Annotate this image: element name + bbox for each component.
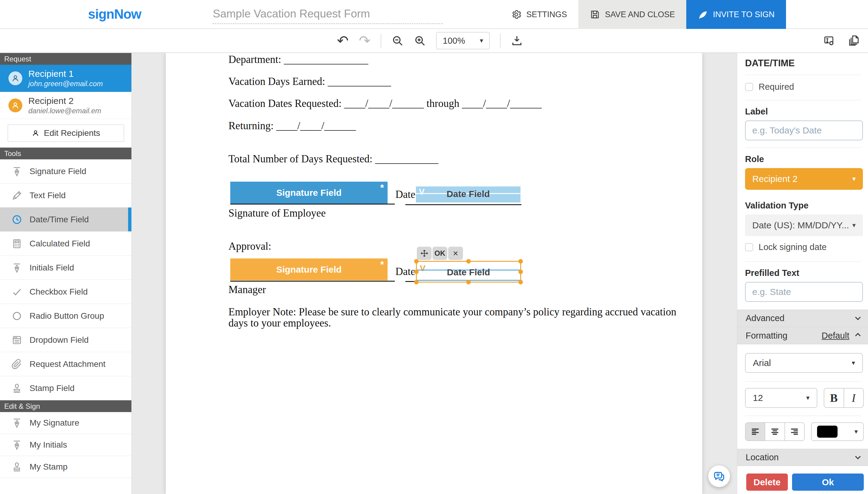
resize-handle-ne[interactable]: [518, 259, 523, 264]
save-and-close-button[interactable]: SAVE AND CLOSE: [578, 0, 686, 29]
pen-nib-icon: [12, 417, 22, 428]
signature-field-recipient1[interactable]: Signature Field *: [230, 182, 388, 204]
signature-underline: [230, 281, 395, 282]
italic-button[interactable]: I: [844, 388, 864, 407]
left-sidebar: Request Recipient 1 john.green@email.com…: [0, 53, 132, 494]
align-left-button[interactable]: [746, 423, 764, 440]
chat-support-button[interactable]: [708, 466, 730, 487]
tool-calculated-field[interactable]: Calculated Field: [0, 232, 131, 256]
tool-label: My Signature: [30, 418, 79, 428]
label-input[interactable]: e.g. Today's Date: [745, 120, 863, 140]
document-title-input[interactable]: Sample Vacation Request Form: [213, 4, 442, 24]
tool-request-attachment[interactable]: Request Attachment: [0, 352, 131, 376]
redo-button[interactable]: ↷: [359, 34, 371, 48]
date-field-selected[interactable]: V Date Field: [416, 261, 521, 283]
settings-button[interactable]: SETTINGS: [500, 0, 578, 29]
font-size-select[interactable]: 12 ▾: [745, 388, 817, 408]
label-heading: Label: [745, 107, 768, 117]
delete-field-button[interactable]: ×: [448, 247, 463, 260]
tool-my-initials[interactable]: My Initials: [0, 434, 131, 456]
tool-text-field[interactable]: Text Field: [0, 184, 131, 208]
recipient-1-item[interactable]: Recipient 1 john.green@email.com: [0, 65, 131, 92]
formatting-section-toggle[interactable]: Formatting Default: [737, 327, 868, 344]
tool-label: Initials Field: [30, 263, 74, 272]
tool-label: My Stamp: [30, 462, 68, 472]
field-settings-icon[interactable]: [823, 35, 835, 47]
toolbar-right-group: [823, 29, 860, 52]
required-marker: *: [380, 259, 384, 270]
recipient-2-item[interactable]: Recipient 2 daniel.lowe@email.em: [0, 92, 131, 119]
date-field-recipient1[interactable]: V Date Field: [416, 187, 520, 203]
role-heading: Role: [745, 154, 764, 164]
edit-recipients-button[interactable]: Edit Recipients: [7, 125, 124, 142]
font-family-select[interactable]: Arial ▾: [745, 353, 863, 373]
tool-radio-button-group[interactable]: Radio Button Group: [0, 304, 131, 328]
advanced-section-toggle[interactable]: Advanced: [737, 310, 868, 327]
resize-handle-s[interactable]: [466, 280, 471, 284]
divider: [745, 100, 861, 100]
align-right-button[interactable]: [784, 423, 804, 440]
prefilled-text-input[interactable]: e.g. State: [745, 282, 863, 302]
signature-underline: [230, 204, 395, 205]
chevron-down-icon: ▾: [480, 37, 483, 44]
resize-handle-se[interactable]: [518, 280, 523, 284]
tool-date-time-field[interactable]: Date/Time Field: [0, 208, 131, 232]
align-center-button[interactable]: [764, 423, 784, 440]
dropdown-list-icon: [12, 335, 22, 345]
document-page: Department: ________________ Vacation Da…: [166, 53, 702, 494]
resize-handle-n[interactable]: [466, 259, 471, 264]
resize-handle-w[interactable]: [414, 270, 419, 274]
pages-icon[interactable]: [848, 35, 860, 47]
confirm-field-button[interactable]: OK: [432, 247, 447, 260]
save-icon: [590, 10, 600, 20]
tool-my-signature[interactable]: My Signature: [0, 412, 131, 434]
location-section-toggle[interactable]: Location: [737, 449, 868, 466]
formatting-default-link[interactable]: Default: [821, 331, 849, 341]
stamp-icon: [12, 461, 22, 472]
font-color-select[interactable]: ▾: [811, 422, 864, 441]
resize-handle-e[interactable]: [518, 270, 523, 274]
tool-signature-field[interactable]: Signature Field: [0, 159, 131, 184]
resize-handle-nw[interactable]: [414, 259, 419, 264]
tool-checkbox-field[interactable]: Checkbox Field: [0, 280, 131, 304]
bold-button[interactable]: B: [824, 388, 844, 407]
chevron-down-icon: [855, 315, 861, 320]
chat-icon: [713, 470, 725, 482]
zoom-level-select[interactable]: 100% ▾: [436, 32, 490, 50]
location-label: Location: [746, 452, 779, 462]
doc-date-label-1: Date: [395, 189, 415, 201]
download-icon[interactable]: [511, 35, 523, 47]
zoom-out-icon[interactable]: [391, 35, 404, 47]
tool-dropdown-field[interactable]: Dropdown Field: [0, 328, 131, 352]
required-checkbox[interactable]: [745, 83, 753, 91]
top-bar: signNow Sample Vacation Request Form SET…: [0, 0, 868, 29]
delete-button[interactable]: Delete: [746, 474, 788, 491]
role-value: Recipient 2: [752, 174, 797, 184]
doc-date-label-2: Date: [395, 266, 415, 278]
ok-button[interactable]: Ok: [792, 474, 864, 491]
clock-icon: [12, 214, 22, 225]
tool-initials-field[interactable]: Initials Field: [0, 256, 131, 280]
chevron-down-icon: ▾: [852, 359, 855, 367]
prefilled-text-heading: Prefilled Text: [745, 268, 799, 278]
move-field-button[interactable]: [417, 247, 431, 260]
validation-type-select[interactable]: Date (US): MM/DD/YY... ▾: [745, 214, 863, 236]
tool-my-stamp[interactable]: My Stamp: [0, 456, 131, 478]
recipient-2-name: Recipient 2: [28, 96, 101, 106]
align-center-icon: [770, 426, 780, 437]
pen-nib-icon: [12, 439, 22, 450]
edit-recipients-label: Edit Recipients: [44, 128, 100, 138]
required-checkbox-row[interactable]: Required: [745, 82, 794, 92]
lock-signing-date-row[interactable]: Lock signing date: [745, 242, 827, 252]
text-align-group: [745, 422, 805, 441]
undo-button[interactable]: ↶: [337, 34, 349, 48]
date-field-label: Date Field: [416, 189, 520, 199]
role-select[interactable]: Recipient 2 ▾: [745, 168, 863, 190]
resize-handle-sw[interactable]: [414, 280, 419, 284]
zoom-in-icon[interactable]: [414, 35, 426, 47]
signature-field-recipient2[interactable]: Signature Field *: [230, 259, 388, 281]
tool-stamp-field[interactable]: Stamp Field: [0, 376, 131, 400]
chevron-down-icon: ▾: [852, 175, 856, 183]
invite-to-sign-button[interactable]: INVITE TO SIGN: [686, 0, 786, 29]
lock-signing-date-checkbox[interactable]: [745, 243, 753, 251]
